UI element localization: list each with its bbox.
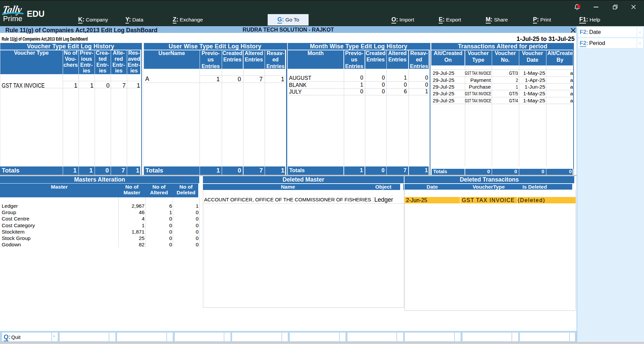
svg-text:Prime: Prime [3, 14, 22, 23]
